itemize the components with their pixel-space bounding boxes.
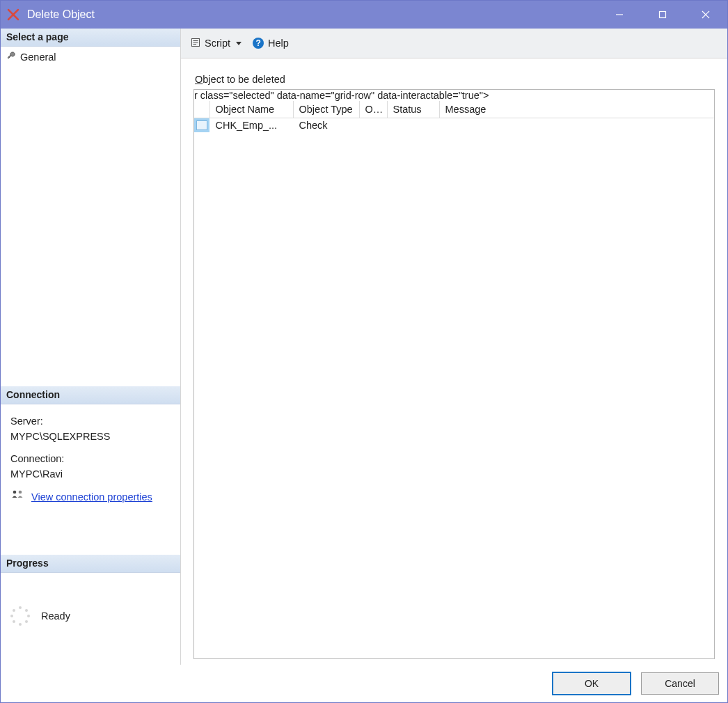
script-dropdown[interactable]: Script [188,36,244,51]
main-pane: Script ? Help Object to be deleted r cla… [181,29,727,665]
close-button[interactable] [684,1,727,29]
objects-grid[interactable]: r class="selected" data-name="grid-row" … [193,89,715,659]
svg-rect-3 [660,12,666,18]
objects-group-label: Object to be deleted [195,74,715,85]
app-icon [6,8,20,22]
cell-owner[interactable] [359,118,387,133]
connection-value: MYPC\Ravi [10,467,171,482]
ok-button[interactable]: OK [552,672,631,695]
dialog-footer: OK Cancel [1,665,727,702]
titlebar[interactable]: Delete Object [1,1,727,29]
progress-panel: Ready [1,573,180,665]
progress-spinner-icon [10,606,30,626]
col-owner[interactable]: O... [359,101,387,118]
chevron-down-icon [236,42,242,45]
svg-point-7 [19,491,22,494]
cell-object-name[interactable]: CHK_Emp_... [209,118,293,133]
view-connection-properties-link[interactable]: View connection properties [31,490,152,505]
connection-header: Connection [1,386,180,404]
main-content: Object to be deleted r class="selected" … [181,58,727,665]
sidebar-item-label: General [20,52,56,63]
select-page-header: Select a page [1,29,180,47]
server-value: MYPC\SQLEXPRESS [10,429,171,445]
grid-header-row[interactable]: Object Name Object Type O... Status Mess… [194,101,714,118]
cancel-button[interactable]: Cancel [641,672,719,695]
script-icon [191,38,200,49]
window-title: Delete Object [27,8,598,21]
col-message[interactable]: Message [439,101,714,118]
connection-panel: Server: MYPC\SQLEXPRESS Connection: MYPC… [1,404,180,513]
help-icon: ? [253,38,264,49]
connection-props-icon [10,489,24,506]
col-object-type[interactable]: Object Type [293,101,359,118]
progress-header: Progress [1,555,180,573]
progress-status: Ready [41,610,70,622]
cell-message[interactable] [439,118,714,133]
wrench-icon [6,51,16,63]
svg-point-6 [13,491,17,494]
toolbar: Script ? Help [181,29,727,58]
cell-object-type[interactable]: Check [293,118,359,133]
maximize-button[interactable] [641,1,684,29]
minimize-button[interactable] [598,1,641,29]
sidebar-item-general[interactable]: General [5,49,176,64]
help-label: Help [268,38,289,49]
server-label: Server: [10,414,171,429]
help-button[interactable]: ? Help [250,36,292,50]
sidebar: Select a page General Connection Server:… [1,29,181,665]
page-list: General [1,47,180,386]
col-status[interactable]: Status [387,101,439,118]
cell-status[interactable] [387,118,439,133]
dialog-body: Select a page General Connection Server:… [1,29,727,665]
script-label: Script [205,38,230,49]
delete-object-dialog: Delete Object Select a page [0,0,728,703]
connection-label: Connection: [10,452,171,467]
window-controls [598,1,727,29]
col-object-name[interactable]: Object Name [209,101,293,118]
row-header[interactable] [194,118,209,133]
